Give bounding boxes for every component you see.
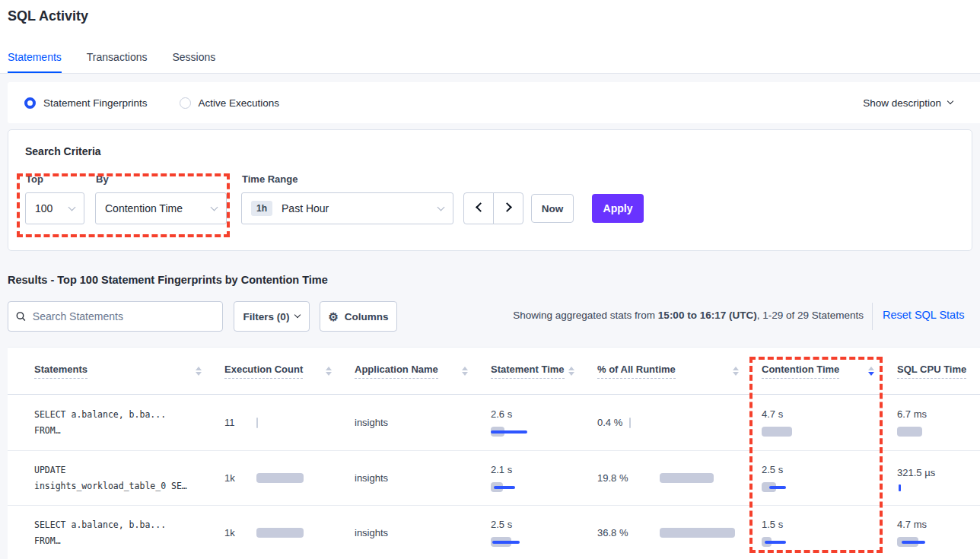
by-select[interactable]: Contention Time bbox=[95, 192, 227, 224]
time-range-value: Past Hour bbox=[282, 202, 329, 214]
statement-line2: insights_workload_table_0 SE… bbox=[34, 478, 224, 494]
search-icon bbox=[16, 311, 26, 322]
contention-time-bar bbox=[762, 427, 897, 437]
column-header-label: Contention Time bbox=[762, 364, 839, 379]
sort-icon[interactable] bbox=[326, 367, 332, 376]
statement-time-value: 2.1 s bbox=[491, 464, 597, 475]
runtime-pct-value: 19.8 % bbox=[597, 471, 631, 485]
page-title: SQL Activity bbox=[8, 8, 88, 24]
radio-selected-icon[interactable] bbox=[24, 97, 36, 109]
sort-icon[interactable] bbox=[568, 367, 574, 376]
statement-line2: FROM… bbox=[34, 423, 224, 439]
statement-time-bar bbox=[491, 482, 597, 492]
statement-time-value: 2.5 s bbox=[491, 519, 597, 530]
column-header-statements[interactable]: Statements bbox=[8, 364, 224, 379]
statement-line1: SELECT a.balance, b.ba... bbox=[34, 407, 224, 423]
execution-count-value: 1k bbox=[224, 527, 256, 538]
bar-tick bbox=[629, 418, 631, 428]
chevron-down-icon bbox=[68, 203, 76, 211]
search-criteria-heading: Search Criteria bbox=[25, 145, 101, 157]
columns-button[interactable]: ⚙ Columns bbox=[320, 301, 397, 332]
sort-icon-active-desc[interactable] bbox=[868, 367, 874, 376]
runtime-pct-cell: 19.8 % bbox=[597, 471, 762, 485]
contention-time-value: 1.5 s bbox=[762, 519, 897, 530]
by-select-value: Contention Time bbox=[105, 202, 183, 214]
statement-time-bar bbox=[491, 537, 597, 547]
time-range-badge: 1h bbox=[251, 201, 272, 216]
bar-tick bbox=[256, 418, 258, 428]
next-time-button[interactable] bbox=[493, 192, 523, 224]
results-heading: Results - Top 100 Statement Fingerprints… bbox=[8, 274, 328, 286]
tab-statements[interactable]: Statements bbox=[8, 51, 62, 73]
statement-time-cell: 2.6 s bbox=[491, 408, 597, 437]
filters-button[interactable]: Filters (0) bbox=[234, 301, 310, 332]
execution-count-bar bbox=[256, 528, 355, 538]
runtime-pct-bar bbox=[660, 528, 762, 538]
by-label: By bbox=[96, 173, 109, 185]
column-header-label: Statement Time bbox=[491, 364, 565, 379]
column-header-sql-cpu-time[interactable]: SQL CPU Time bbox=[897, 364, 980, 379]
chevron-down-icon bbox=[294, 312, 301, 318]
sql-cpu-time-bar bbox=[897, 427, 980, 437]
filters-button-label: Filters (0) bbox=[243, 311, 290, 322]
tab-transactions[interactable]: Transactions bbox=[87, 51, 148, 73]
prev-time-button[interactable] bbox=[463, 192, 494, 224]
stats-suffix: , 1-29 of 29 Statements bbox=[757, 310, 864, 321]
statement-cell[interactable]: SELECT a.balance, b.ba... FROM… bbox=[8, 517, 224, 549]
chevron-left-icon bbox=[476, 202, 485, 212]
statement-time-cell: 2.1 s bbox=[491, 464, 597, 492]
runtime-pct-value: 36.8 % bbox=[597, 526, 631, 540]
column-header-runtime-pct[interactable]: % of All Runtime bbox=[597, 364, 762, 379]
search-statements-input[interactable] bbox=[33, 310, 215, 322]
execution-count-bar bbox=[256, 473, 355, 483]
execution-count-cell: 1k bbox=[224, 527, 355, 538]
statement-cell[interactable]: UPDATE insights_workload_table_0 SE… bbox=[8, 462, 224, 494]
radio-statement-fingerprints[interactable]: Statement Fingerprints bbox=[24, 97, 148, 109]
sql-cpu-time-cell: 4.7 ms bbox=[897, 519, 980, 547]
table-row[interactable]: SELECT a.balance, b.ba... FROM… 1k insig… bbox=[8, 506, 980, 559]
contention-time-value: 4.7 s bbox=[762, 408, 897, 420]
time-range-select[interactable]: 1h Past Hour bbox=[241, 192, 453, 224]
contention-time-bar bbox=[762, 482, 897, 492]
sort-icon[interactable] bbox=[196, 367, 202, 376]
table-row[interactable]: UPDATE insights_workload_table_0 SE… 1k … bbox=[8, 451, 980, 506]
statement-line1: UPDATE bbox=[34, 462, 224, 478]
runtime-pct-cell: 0.4 % bbox=[597, 417, 762, 428]
runtime-pct-cell: 36.8 % bbox=[597, 526, 762, 540]
radio-label: Active Executions bbox=[199, 97, 280, 109]
sql-cpu-time-bar bbox=[897, 537, 980, 547]
top-select-value: 100 bbox=[35, 202, 52, 214]
chevron-down-icon bbox=[211, 203, 218, 211]
top-select[interactable]: 100 bbox=[25, 192, 84, 224]
sql-cpu-time-cell: 6.7 ms bbox=[897, 408, 980, 437]
statement-time-bar bbox=[491, 427, 597, 437]
chevron-right-icon bbox=[502, 202, 512, 212]
column-header-execution-count[interactable]: Execution Count bbox=[224, 364, 355, 379]
column-header-label: Application Name bbox=[355, 364, 438, 379]
contention-time-bar bbox=[762, 537, 897, 547]
show-description-toggle[interactable]: Show description bbox=[863, 97, 953, 109]
tab-sessions[interactable]: Sessions bbox=[172, 51, 215, 73]
column-header-label: % of All Runtime bbox=[597, 364, 676, 379]
application-cell: insights bbox=[355, 417, 491, 428]
show-description-label: Show description bbox=[863, 97, 941, 109]
chevron-down-icon bbox=[438, 203, 445, 211]
table-row[interactable]: SELECT a.balance, b.ba... FROM… 11 insig… bbox=[8, 395, 980, 451]
contention-time-cell: 4.7 s bbox=[762, 408, 897, 437]
sql-activity-page: SQL Activity Statements Transactions Ses… bbox=[0, 0, 980, 559]
radio-unselected-icon[interactable] bbox=[180, 97, 191, 109]
column-header-application-name[interactable]: Application Name bbox=[355, 364, 491, 379]
execution-count-value: 1k bbox=[224, 472, 256, 484]
sort-icon[interactable] bbox=[733, 367, 739, 376]
now-button[interactable]: Now bbox=[531, 194, 574, 223]
top-label: Top bbox=[26, 173, 43, 185]
column-header-statement-time[interactable]: Statement Time bbox=[491, 364, 597, 379]
reset-sql-stats-link[interactable]: Reset SQL Stats bbox=[883, 309, 964, 321]
column-header-contention-time[interactable]: Contention Time bbox=[762, 364, 897, 379]
time-nav-buttons bbox=[463, 192, 523, 224]
sql-cpu-time-value: 321.5 µs bbox=[897, 465, 937, 481]
apply-button[interactable]: Apply bbox=[592, 194, 644, 223]
statement-cell[interactable]: SELECT a.balance, b.ba... FROM… bbox=[8, 407, 224, 439]
sort-icon[interactable] bbox=[462, 367, 468, 376]
radio-active-executions[interactable]: Active Executions bbox=[180, 97, 280, 109]
